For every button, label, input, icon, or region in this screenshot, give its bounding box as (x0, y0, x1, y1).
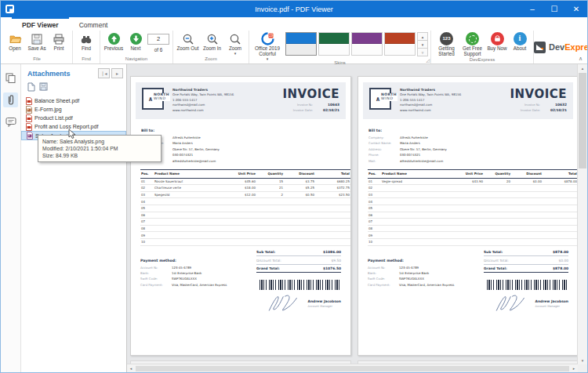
bill-to-row: Company:Alfreds Futterkiste (368, 136, 568, 139)
skin-swatch-red[interactable] (384, 32, 416, 56)
barcode (260, 280, 341, 290)
horizontal-scrollbar-thumb[interactable] (136, 366, 569, 371)
vertical-scrollbar[interactable]: ▴ ▾ (577, 64, 587, 364)
northwind-logo: ∧ NORTHWIND (142, 88, 164, 110)
bill-to-row: Phone:030-0074321 (141, 153, 340, 157)
ribbon-group-navigation: Previous Next 2 of 6 Navigation (100, 31, 173, 63)
document-view-area[interactable]: ∧ NORTHWIND Northwind Traders One Portal… (127, 64, 587, 372)
invoice-table-row: 05 (140, 205, 350, 212)
getting-started-123-icon: 123 (440, 32, 453, 45)
invoice-header: ∧ NORTHWIND Northwind Traders One Portal… (136, 82, 346, 119)
save-attachment-icon[interactable] (39, 82, 48, 92)
close-button[interactable]: ✕ (565, 1, 587, 17)
tab-comment[interactable]: Comment (69, 17, 118, 31)
bill-to-section: Bill to: Company:Alfreds FutterkisteCont… (368, 129, 568, 163)
navigation-pane-strip (1, 64, 21, 372)
tab-pdf-viewer[interactable]: PDF Viewer (12, 17, 69, 31)
bill-to-row: Contact Name:Maria Anders (368, 141, 568, 145)
skin-swatch-green[interactable] (318, 32, 350, 56)
pdf-file-icon (26, 123, 32, 131)
attachments-back-button[interactable]: ❘◂ (98, 68, 110, 78)
attachment-item[interactable]: E-Form.jpg (21, 105, 126, 114)
zoom-out-button[interactable]: Zoom Out (176, 31, 200, 52)
bill-to-row: Mail:alfredsfutterkiste@mail.com (368, 159, 568, 163)
image-file-icon (27, 132, 33, 139)
buy-now-button[interactable]: Buy Now (485, 31, 509, 52)
invoice-date: 02/10/21 (319, 108, 339, 112)
payment-method-section: Payment method: Account №:123-45-6789Ban… (140, 259, 256, 314)
payment-row: Swift Code:SWFTKUG6LXXX (140, 277, 256, 281)
zoom-dropdown-button[interactable]: Zoom ▾ (224, 31, 246, 55)
page-thumbnails-tool[interactable] (3, 71, 18, 85)
invoice-table-row: 09 (140, 232, 350, 239)
get-free-support-button[interactable]: Get Free Support (459, 31, 485, 57)
bill-to-row: Mail:alfredsfutterkiste@mail.com (141, 159, 340, 163)
comments-tool[interactable] (3, 114, 18, 129)
skin-paint-style-button[interactable]: 19 Office 2019 Colorful ▾ (252, 31, 283, 60)
pdf-viewer-window: Invoice.pdf - PDF Viewer – ☐ ✕ PDF Viewe… (0, 0, 588, 373)
scroll-down-icon[interactable]: ▾ (578, 357, 587, 364)
arrow-down-circle-icon (129, 32, 143, 45)
skins-gallery: ▴ ▾ ▿ (285, 31, 428, 56)
barcode (487, 280, 568, 290)
next-page-button[interactable]: Next (125, 31, 147, 52)
page-number-input[interactable]: 2 (147, 34, 169, 45)
attachments-panel-title: Attachments (27, 70, 96, 78)
open-attachment-icon[interactable] (27, 82, 35, 92)
invoice-table-row: 03 (368, 191, 578, 198)
ribbon-group-skins: 19 Office 2019 Colorful ▾ ▴ ▾ (249, 31, 431, 63)
signature-icon (265, 293, 306, 313)
maximize-button[interactable]: ☐ (543, 1, 565, 17)
attachments-tool[interactable] (3, 92, 18, 107)
grand-total-row: Grand Total:$878.00 (484, 265, 568, 273)
gallery-dropdown-button[interactable]: ▿ (417, 48, 428, 56)
save-as-button[interactable]: Save As (26, 31, 48, 52)
invoice-table-row: 01Rössle Sauerkraut$45.60 15$3.75$680.25 (140, 178, 350, 185)
invoice-table-row: 08 (368, 225, 578, 232)
invoice-table-row: 02 (368, 185, 578, 192)
bill-to-row: Contact Name:Maria Anders (141, 141, 340, 145)
zoom-in-button[interactable]: Zoom In (200, 31, 224, 52)
invoice-table-row: 01Vegie-spread$43.90 20$0.00$878.00 (368, 178, 578, 185)
pdf-file-icon (26, 114, 32, 122)
bill-to-row: Address:Obere Str. 57, Berlin, Germany (368, 147, 568, 151)
open-button[interactable]: Open (4, 31, 26, 52)
skin-swatch-purple[interactable] (351, 32, 383, 56)
attachments-forward-button[interactable]: ▸ (111, 68, 123, 78)
invoice-number: 10643 (319, 103, 339, 107)
page-count-label: of 6 (154, 47, 163, 53)
previous-page-button[interactable]: Previous (103, 31, 125, 52)
scroll-up-icon[interactable]: ▴ (578, 64, 587, 72)
about-button[interactable]: i About (509, 31, 531, 52)
attachment-item[interactable]: Product List.pdf (21, 114, 126, 122)
invoice-items-table: Pos. Product Name Unit Price Quantity Di… (368, 169, 578, 246)
scroll-right-icon[interactable]: ▸ (570, 364, 578, 372)
signature-block: Andrew Jacobson Account Manager (484, 293, 568, 313)
getting-started-button[interactable]: 123 Getting Started (434, 31, 459, 57)
invoice-table-row: 04 (368, 198, 578, 205)
minimize-button[interactable]: – (521, 1, 543, 17)
horizontal-scrollbar[interactable]: ◂ ▸ (127, 364, 578, 372)
invoice-table-row: 10 (368, 238, 578, 245)
print-button[interactable]: Print (48, 31, 70, 52)
scroll-left-icon[interactable]: ◂ (127, 364, 135, 372)
vertical-scrollbar-thumb[interactable] (579, 73, 586, 168)
comment-icon (5, 117, 16, 127)
binoculars-icon (80, 32, 93, 45)
bill-to-row: Phone:030-0074321 (368, 153, 568, 157)
support-lifebuoy-icon (466, 32, 479, 45)
ribbon-tab-row: PDF Viewer Comment (1, 17, 587, 31)
shopping-bag-icon (491, 32, 504, 45)
invoice-table-row: 08 (140, 225, 350, 232)
invoice-table-row: 10 (140, 238, 350, 245)
skins-dialog-launcher-icon[interactable]: ◿ (426, 57, 430, 63)
find-button[interactable]: Find (75, 31, 97, 52)
invoice-items-table: Pos. Product Name Unit Price Quantity Di… (140, 169, 350, 246)
skin-swatch-blue[interactable] (285, 32, 317, 56)
ribbon-collapse-icon[interactable]: ∧ (579, 56, 583, 62)
ribbon-group-file: Open Save As Print File (2, 31, 73, 63)
payment-row: Bank:1st Enterprise Bank (368, 271, 484, 275)
svg-text:19: 19 (268, 34, 273, 38)
invoice-table-row: 04 (140, 198, 350, 205)
attachment-item[interactable]: Balance Sheet.pdf (21, 96, 126, 105)
